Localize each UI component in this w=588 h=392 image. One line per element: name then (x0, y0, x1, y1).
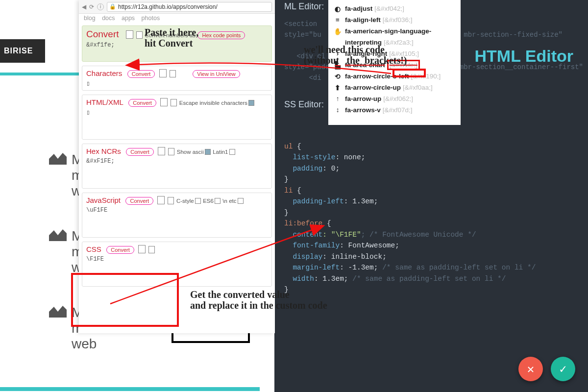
cstyle-checkbox[interactable] (195, 198, 201, 204)
escape-opt: Escape invisible characters (179, 100, 247, 106)
es6-opt: ES6 (203, 198, 214, 204)
doc-icon[interactable] (171, 99, 177, 106)
address-bar: ◀ ⟳ i 🔒 https://r12a.github.io/apps/conv… (79, 0, 275, 14)
characters-output[interactable]: ▯ (86, 80, 268, 87)
convert-button[interactable]: Convert (106, 246, 134, 254)
annotation-paste: Paste it here, hit Convert (145, 27, 198, 49)
area-chart-icon (49, 305, 69, 318)
fa-list-item[interactable]: ⬆fa-arrow-circle-up[&#xf0aa;] (333, 82, 456, 93)
fa-glyph-icon: ↑ (333, 95, 342, 102)
css-code-block[interactable]: ul { list-style: none; padding: 0; } li … (284, 130, 536, 295)
characters-block: Characters Convert View in UniView ▯ (82, 66, 272, 91)
area-chart-icon (49, 228, 69, 242)
svg-marker-1 (49, 229, 67, 241)
fa-item-name: fa-arrow-up (345, 95, 381, 102)
fa-list-item[interactable]: ✋fa-american-sign-language- (333, 25, 456, 37)
info-icon[interactable]: i (97, 3, 104, 10)
highlight-box-css-output (71, 273, 179, 327)
latin1-opt: Latin1 (213, 149, 228, 155)
doc-icon[interactable] (148, 246, 155, 253)
svg-marker-0 (49, 153, 67, 165)
copy-icon[interactable] (161, 99, 168, 106)
hex-code-points-pill[interactable]: Hex code points (197, 31, 245, 39)
nav-apps[interactable]: apps (122, 15, 135, 22)
doc-icon[interactable] (168, 197, 174, 204)
copy-icon[interactable] (127, 31, 133, 39)
htmlxml-block: HTML/XML Convert Escape invisible charac… (82, 95, 272, 140)
fa-item-name: fa-american-sign-language- (345, 27, 431, 35)
lock-icon: 🔒 (109, 3, 116, 10)
fa-item-code: [&#xf036;] (383, 16, 413, 24)
block-title: Hex NCRs (86, 147, 121, 155)
fa-glyph-icon: ✋ (333, 27, 342, 35)
html-editor-header: ML Editor: (284, 1, 324, 12)
brand-badge: BIRISE (0, 39, 45, 63)
escape-checkbox[interactable] (248, 100, 254, 106)
block-title: JavaScript (86, 196, 121, 204)
fa-glyph-icon: ⬆ (333, 84, 342, 92)
fa-list-item[interactable]: ↑fa-arrow-up[&#xf062;] (333, 93, 456, 104)
showascii-checkbox[interactable] (205, 149, 211, 155)
copy-icon[interactable] (139, 246, 146, 253)
highlight-box-code (392, 69, 426, 77)
block-title: CSS (86, 245, 101, 253)
fa-list-item[interactable]: ↕fa-arrows-v[&#xf07d;] (333, 104, 456, 116)
fa-item-code: [&#xf0aa;] (403, 84, 433, 91)
divider (0, 387, 260, 391)
fa-item-code: [&#xf07d;] (383, 106, 413, 114)
annotation-getvalue: Get the converted value and replace it i… (190, 289, 327, 311)
nav-docs[interactable]: docs (102, 15, 115, 22)
fa-list-item[interactable]: ≡fa-align-left[&#xf036;] (333, 14, 456, 25)
reload-icon[interactable]: ⟳ (89, 3, 94, 10)
fa-glyph-icon: ↕ (333, 106, 342, 114)
copy-icon[interactable] (159, 148, 165, 155)
javascript-output[interactable]: \uF1FE (86, 207, 268, 214)
cancel-button[interactable]: ✕ (518, 357, 543, 381)
nav-photos[interactable]: photos (142, 15, 160, 22)
svg-marker-2 (49, 306, 67, 318)
block-title: Characters (86, 69, 122, 77)
javascript-block: JavaScript Convert C-style ES6 \n etc \u… (82, 193, 272, 238)
site-nav: blog docs apps photos (79, 14, 275, 22)
fa-item-name: fa-align-left (345, 16, 381, 24)
convert-button[interactable]: Convert (126, 148, 154, 156)
convert-button[interactable]: Convert (125, 197, 153, 205)
fa-glyph-icon: ⟲ (333, 73, 342, 80)
convert-button[interactable]: Convert (127, 70, 155, 78)
annotation-needcode: we'll need this code (without the bracke… (304, 44, 407, 66)
convert-button[interactable]: Convert (128, 99, 156, 107)
css-output[interactable]: \F1FE (86, 256, 268, 263)
fa-item-name: fa-adjust (345, 5, 372, 12)
fa-item-name: fa-arrows-v (345, 106, 381, 114)
html-code-snippet-right[interactable]: ve mbr-section--fixed-size"r mbr-section… (451, 29, 583, 73)
es6-checkbox[interactable] (215, 198, 220, 204)
fa-glyph-icon: ≡ (333, 16, 342, 24)
fa-item-name: fa-arrow-circle-up (345, 84, 401, 91)
nesc-opt: \n etc (222, 198, 236, 204)
area-chart-icon (49, 152, 69, 166)
doc-icon[interactable] (170, 70, 176, 77)
copy-icon[interactable] (158, 197, 165, 204)
fa-glyph-icon: ◐ (333, 5, 342, 13)
copy-icon[interactable] (160, 70, 167, 77)
nav-blog[interactable]: blog (84, 15, 96, 22)
showascii-opt: Show ascii (177, 149, 204, 155)
url-text: https://r12a.github.io/apps/conversion/ (118, 3, 218, 10)
block-title: HTML/XML (86, 98, 123, 106)
view-uniview-button[interactable]: View in UniView (193, 70, 240, 78)
doc-icon[interactable] (168, 148, 174, 155)
back-icon[interactable]: ◀ (82, 3, 86, 10)
fa-list-item[interactable]: ◐fa-adjust[&#xf042;] (333, 3, 456, 14)
hexncr-output[interactable]: &#xF1FE; (86, 158, 268, 165)
convert-title: Convert (86, 29, 119, 40)
fa-item-code: [&#xf042;] (374, 5, 404, 12)
htmlxml-output[interactable]: ▯ (86, 109, 268, 116)
nesc-checkbox[interactable] (238, 198, 244, 204)
css-editor-header: SS Editor: (284, 99, 324, 110)
fa-item-code: [&#xf062;] (383, 95, 413, 102)
latin1-checkbox[interactable] (229, 149, 235, 155)
url-input[interactable]: 🔒 https://r12a.github.io/apps/conversion… (107, 2, 272, 12)
doc-icon[interactable] (136, 31, 143, 39)
confirm-button[interactable]: ✓ (551, 357, 575, 381)
hexncr-block: Hex NCRs Convert Show ascii Latin1 &#xF1… (82, 144, 272, 189)
